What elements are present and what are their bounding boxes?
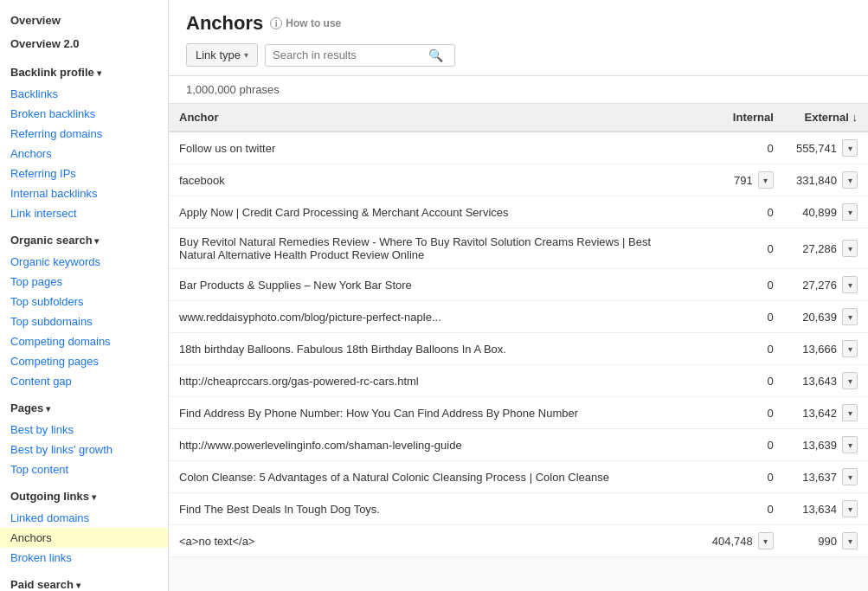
sidebar-item-best-by-links[interactable]: Best by links	[0, 420, 168, 440]
sidebar-pages-header[interactable]: Pages	[0, 396, 168, 420]
external-dropdown-arrow[interactable]: ▾	[842, 468, 858, 485]
internal-cell: 0	[700, 269, 784, 301]
external-dropdown-arrow[interactable]: ▾	[842, 436, 858, 453]
col-internal: Internal	[700, 104, 784, 132]
internal-dropdown-arrow[interactable]: ▾	[758, 171, 774, 189]
external-dropdown-arrow[interactable]: ▾	[842, 308, 858, 325]
external-dropdown-arrow[interactable]: ▾	[842, 276, 858, 293]
sidebar-paid-search-header[interactable]: Paid search	[0, 573, 168, 591]
sidebar-item-competing-pages[interactable]: Competing pages	[0, 351, 168, 371]
external-cell: 27,286▾	[784, 228, 868, 269]
page-title: Anchors i How to use	[186, 12, 341, 35]
table-row: http://www.powerlevelinginfo.com/shaman-…	[169, 429, 868, 461]
sidebar-item-content-gap[interactable]: Content gap	[0, 371, 168, 391]
table-body: Follow us on twitter0555,741▾facebook791…	[169, 132, 868, 557]
phrase-count: 1,000,000 phrases	[186, 83, 280, 96]
external-dropdown-arrow[interactable]: ▾	[842, 372, 858, 389]
sidebar-item-backlinks[interactable]: Backlinks	[0, 84, 168, 104]
anchor-cell: Find Address By Phone Number: How You Ca…	[169, 397, 700, 429]
table-row: www.reddaisyphoto.com/blog/picture-perfe…	[169, 301, 868, 333]
link-type-arrow-icon: ▾	[244, 50, 248, 60]
internal-value: 791	[734, 174, 753, 187]
sidebar-item-internal-backlinks[interactable]: Internal backlinks	[0, 183, 168, 203]
internal-cell: 0	[700, 461, 784, 493]
external-value: 13,643	[802, 375, 837, 388]
sidebar-backlink-profile-header[interactable]: Backlink profile	[0, 61, 168, 84]
table-row: 18th birthday Balloons. Fabulous 18th Bi…	[169, 333, 868, 365]
search-input[interactable]	[273, 48, 428, 61]
internal-cell: 0	[700, 132, 784, 164]
sidebar-overview[interactable]: Overview	[0, 9, 168, 32]
sidebar-item-top-pages[interactable]: Top pages	[0, 272, 168, 292]
sidebar-organic-search-header[interactable]: Organic search	[0, 228, 168, 252]
anchor-cell: facebook	[169, 164, 700, 196]
external-dropdown-arrow[interactable]: ▾	[842, 500, 858, 517]
external-dropdown-arrow[interactable]: ▾	[842, 340, 858, 357]
sidebar-outgoing-links-header[interactable]: Outgoing links	[0, 485, 168, 508]
sidebar-overview2[interactable]: Overview 2.0	[0, 32, 168, 55]
sidebar-item-referring-domains[interactable]: Referring domains	[0, 124, 168, 144]
sidebar-item-broken-links[interactable]: Broken links	[0, 548, 168, 568]
table-row: Find The Best Deals In Tough Dog Toys.01…	[169, 493, 868, 525]
external-value: 331,840	[796, 174, 837, 187]
external-dropdown-arrow[interactable]: ▾	[842, 240, 858, 257]
external-cell: 13,634▾	[784, 493, 868, 525]
internal-value: 404,748	[712, 535, 753, 548]
main-content: Anchors i How to use Link type ▾ 🔍 1,000…	[169, 0, 868, 591]
external-cell: 13,666▾	[784, 333, 868, 365]
external-cell: 40,899▾	[784, 196, 868, 228]
external-cell: 27,276▾	[784, 269, 868, 301]
internal-cell: 0	[700, 365, 784, 397]
sidebar-item-broken-backlinks[interactable]: Broken backlinks	[0, 104, 168, 124]
external-dropdown-arrow[interactable]: ▾	[842, 203, 858, 221]
internal-cell: 791▾	[700, 164, 784, 196]
external-cell: 990▾	[784, 525, 868, 557]
sidebar-item-link-intersect[interactable]: Link intersect	[0, 203, 168, 223]
external-value: 13,642	[802, 407, 837, 420]
external-value: 27,286	[802, 242, 837, 255]
sidebar-item-organic-keywords[interactable]: Organic keywords	[0, 252, 168, 272]
sidebar-item-referring-ips[interactable]: Referring IPs	[0, 164, 168, 183]
sidebar-item-anchors-active[interactable]: Anchors	[0, 528, 168, 548]
anchor-cell: Apply Now | Credit Card Processing & Mer…	[169, 196, 700, 228]
anchor-cell: Buy Revitol Natural Remedies Review - Wh…	[169, 228, 700, 269]
anchor-cell: Find The Best Deals In Tough Dog Toys.	[169, 493, 700, 525]
table-row: Buy Revitol Natural Remedies Review - Wh…	[169, 228, 868, 269]
search-icon[interactable]: 🔍	[428, 48, 443, 62]
external-cell: 555,741▾	[784, 132, 868, 164]
internal-cell: 0	[700, 429, 784, 461]
sidebar-item-linked-domains[interactable]: Linked domains	[0, 508, 168, 528]
internal-cell: 0	[700, 196, 784, 228]
help-icon: i	[270, 17, 282, 29]
col-external: External ↓	[784, 104, 868, 132]
sidebar-item-top-content[interactable]: Top content	[0, 459, 168, 479]
table-row: http://cheaprccars.org/gas-powered-rc-ca…	[169, 365, 868, 397]
external-dropdown-arrow[interactable]: ▾	[842, 404, 858, 421]
sidebar-item-top-subdomains[interactable]: Top subdomains	[0, 312, 168, 331]
sidebar-item-competing-domains[interactable]: Competing domains	[0, 331, 168, 351]
sidebar-item-anchors[interactable]: Anchors	[0, 144, 168, 164]
sidebar-item-best-by-links-growth[interactable]: Best by links' growth	[0, 440, 168, 459]
external-dropdown-arrow[interactable]: ▾	[842, 171, 858, 189]
external-value: 13,637	[802, 471, 837, 484]
how-to-use-link[interactable]: i How to use	[270, 17, 341, 29]
search-box: 🔍	[265, 44, 455, 67]
anchors-table: Anchor Internal External ↓ Follow us on …	[169, 104, 868, 557]
external-cell: 13,642▾	[784, 397, 868, 429]
link-type-button[interactable]: Link type ▾	[186, 43, 258, 67]
count-bar: 1,000,000 phrases	[169, 76, 868, 104]
sidebar: Overview Overview 2.0 Backlink profile B…	[0, 0, 169, 591]
toolbar: Link type ▾ 🔍	[186, 43, 851, 67]
external-value: 555,741	[796, 142, 837, 155]
table-row: Apply Now | Credit Card Processing & Mer…	[169, 196, 868, 228]
anchor-cell: Colon Cleanse: 5 Advantages of a Natural…	[169, 461, 700, 493]
external-cell: 331,840▾	[784, 164, 868, 196]
sidebar-item-top-subfolders[interactable]: Top subfolders	[0, 292, 168, 312]
external-dropdown-arrow[interactable]: ▾	[842, 532, 858, 549]
anchor-cell: http://cheaprccars.org/gas-powered-rc-ca…	[169, 365, 700, 397]
internal-cell: 0	[700, 301, 784, 333]
internal-dropdown-arrow[interactable]: ▾	[758, 532, 774, 549]
external-value: 40,899	[802, 206, 837, 219]
external-dropdown-arrow[interactable]: ▾	[842, 139, 858, 157]
external-value: 27,276	[802, 279, 837, 292]
